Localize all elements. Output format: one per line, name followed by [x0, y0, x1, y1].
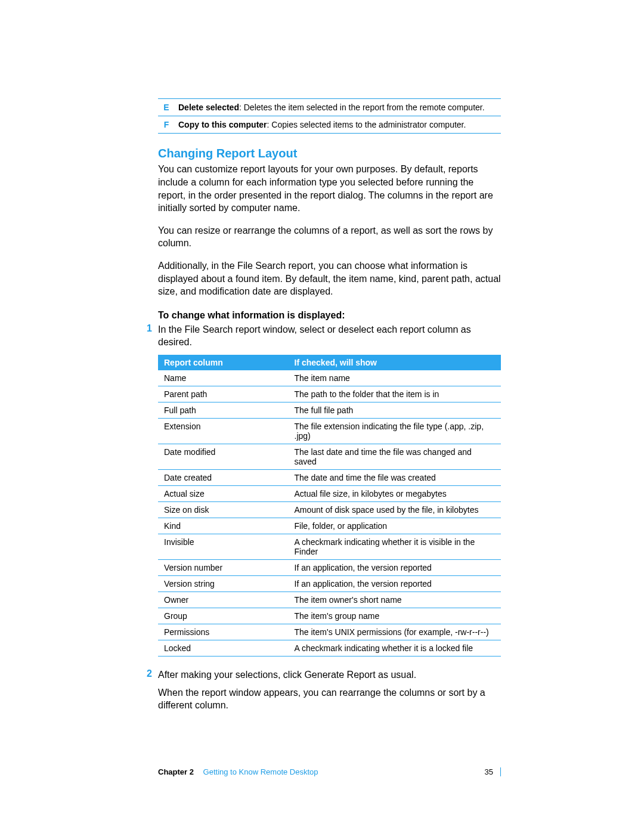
- table-cell-col2: The item's UNIX permissions (for example…: [289, 624, 501, 640]
- table-cell-col1: Owner: [158, 592, 289, 608]
- table-cell-col2: The file extension indicating the file t…: [289, 418, 501, 444]
- table-cell-col2: The item's group name: [289, 608, 501, 624]
- table-cell-col1: Parent path: [158, 386, 289, 402]
- table-header-col2: If checked, will show: [289, 355, 501, 370]
- callout-table: EDelete selected: Deletes the item selec…: [158, 98, 501, 134]
- table-row: InvisibleA checkmark indicating whether …: [158, 534, 501, 559]
- body-paragraph-1: You can customize report layouts for you…: [158, 163, 501, 214]
- table-cell-col2: The date and time the file was created: [289, 469, 501, 485]
- table-cell-col2: The last date and time the file was chan…: [289, 444, 501, 469]
- table-cell-col1: Version string: [158, 575, 289, 592]
- step-1-number: 1: [144, 323, 152, 349]
- table-cell-col2: The path to the folder that the item is …: [289, 386, 501, 402]
- table-row: ExtensionThe file extension indicating t…: [158, 418, 501, 444]
- table-row: Actual sizeActual file size, in kilobyte…: [158, 485, 501, 501]
- table-row: Full pathThe full file path: [158, 402, 501, 418]
- table-row: NameThe item name: [158, 370, 501, 386]
- table-cell-col1: Size on disk: [158, 501, 289, 518]
- table-cell-col1: Invisible: [158, 534, 289, 559]
- table-cell-col1: Actual size: [158, 485, 289, 501]
- table-cell-col2: The full file path: [289, 402, 501, 418]
- body-paragraph-3: Additionally, in the File Search report,…: [158, 259, 501, 298]
- table-cell-col1: Permissions: [158, 624, 289, 640]
- table-cell-col2: A checkmark indicating whether it is vis…: [289, 534, 501, 559]
- page-footer: Chapter 2 Getting to Know Remote Desktop…: [158, 767, 501, 776]
- callout-text: Copy to this computer: Copies selected i…: [178, 116, 501, 134]
- table-cell-col1: Version number: [158, 559, 289, 575]
- section-heading: Changing Report Layout: [158, 147, 501, 160]
- footer-chapter-label: Chapter 2: [158, 767, 194, 776]
- table-row: LockedA checkmark indicating whether it …: [158, 640, 501, 656]
- body-paragraph-4: When the report window appears, you can …: [158, 686, 501, 712]
- table-header-col1: Report column: [158, 355, 289, 370]
- footer-chapter-name: Getting to Know Remote Desktop: [203, 767, 318, 776]
- table-row: Date createdThe date and time the file w…: [158, 469, 501, 485]
- table-cell-col1: Date modified: [158, 444, 289, 469]
- table-cell-col2: A checkmark indicating whether it is a l…: [289, 640, 501, 656]
- step-1: 1 In the File Search report window, sele…: [158, 323, 501, 349]
- procedure-subhead: To change what information is displayed:: [158, 310, 501, 321]
- table-cell-col1: Date created: [158, 469, 289, 485]
- table-cell-col1: Extension: [158, 418, 289, 444]
- table-row: PermissionsThe item's UNIX permissions (…: [158, 624, 501, 640]
- callout-row: FCopy to this computer: Copies selected …: [158, 116, 501, 134]
- table-row: KindFile, folder, or application: [158, 518, 501, 534]
- table-cell-col2: The item owner's short name: [289, 592, 501, 608]
- table-cell-col2: Amount of disk space used by the file, i…: [289, 501, 501, 518]
- step-2-text: After making your selections, click Gene…: [158, 668, 501, 682]
- callout-row: EDelete selected: Deletes the item selec…: [158, 99, 501, 116]
- table-row: Version stringIf an application, the ver…: [158, 575, 501, 592]
- table-row: Size on diskAmount of disk space used by…: [158, 501, 501, 518]
- callout-letter: E: [158, 99, 178, 116]
- table-cell-col2: If an application, the version reported: [289, 575, 501, 592]
- table-cell-col2: Actual file size, in kilobytes or megaby…: [289, 485, 501, 501]
- table-row: Date modifiedThe last date and time the …: [158, 444, 501, 469]
- table-cell-col1: Full path: [158, 402, 289, 418]
- callout-text: Delete selected: Deletes the item select…: [178, 99, 501, 116]
- step-1-text: In the File Search report window, select…: [158, 323, 501, 349]
- table-row: OwnerThe item owner's short name: [158, 592, 501, 608]
- table-row: Parent pathThe path to the folder that t…: [158, 386, 501, 402]
- step-2-number: 2: [144, 668, 152, 682]
- report-column-table: Report column If checked, will show Name…: [158, 355, 501, 657]
- callout-letter: F: [158, 116, 178, 134]
- table-cell-col1: Locked: [158, 640, 289, 656]
- table-cell-col2: File, folder, or application: [289, 518, 501, 534]
- table-row: Version numberIf an application, the ver…: [158, 559, 501, 575]
- table-cell-col1: Group: [158, 608, 289, 624]
- table-row: GroupThe item's group name: [158, 608, 501, 624]
- footer-page-number: 35: [485, 767, 501, 776]
- table-cell-col2: If an application, the version reported: [289, 559, 501, 575]
- step-2: 2 After making your selections, click Ge…: [158, 668, 501, 682]
- table-cell-col1: Kind: [158, 518, 289, 534]
- table-cell-col1: Name: [158, 370, 289, 386]
- table-cell-col2: The item name: [289, 370, 501, 386]
- body-paragraph-2: You can resize or rearrange the columns …: [158, 224, 501, 250]
